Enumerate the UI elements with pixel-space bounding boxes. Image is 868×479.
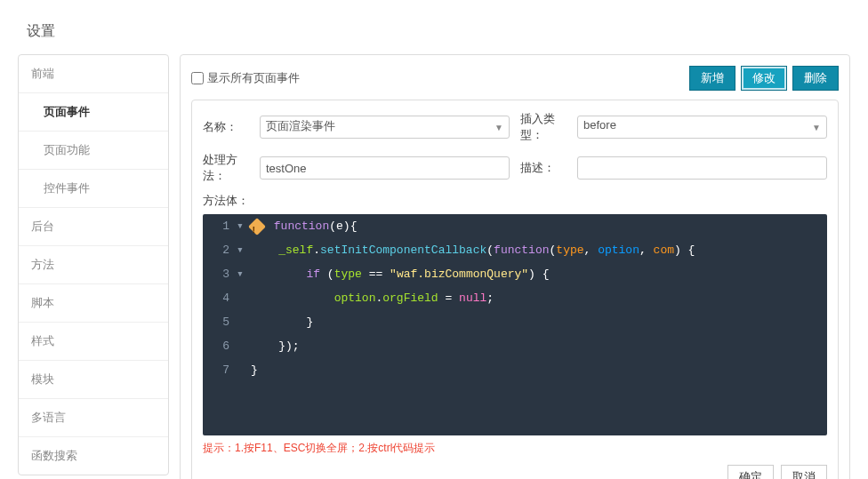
body-label: 方法体：	[203, 193, 254, 209]
sidebar-item-control-events[interactable]: 控件事件	[19, 170, 168, 208]
sidebar-item-label: 函数搜索	[31, 449, 77, 462]
edit-button[interactable]: 修改	[741, 66, 787, 91]
sidebar-item-label: 后台	[31, 220, 54, 233]
warning-icon	[248, 218, 266, 236]
insert-type-value: before	[583, 118, 616, 132]
desc-label: 描述：	[520, 160, 572, 176]
sidebar-item-label: 控件事件	[44, 181, 90, 195]
sidebar-item-page-events[interactable]: 页面事件	[19, 93, 168, 132]
cancel-button[interactable]: 取消	[781, 465, 827, 479]
sidebar-item-methods[interactable]: 方法	[19, 246, 168, 284]
code-editor[interactable]: 1▾ function(e){ 2▾ _self.setInitComponen…	[203, 214, 827, 435]
sidebar-item-scripts[interactable]: 脚本	[19, 284, 168, 323]
chevron-down-icon: ▼	[494, 123, 503, 132]
main-panel: 显示所有页面事件 新增 修改 删除 名称： 页面渲染事件 ▼ 插入类型：	[180, 54, 850, 479]
sidebar-item-page-functions[interactable]: 页面功能	[19, 132, 168, 170]
insert-type-label: 插入类型：	[520, 111, 572, 143]
sidebar: 前端 页面事件 页面功能 控件事件 后台 方法 脚本 样式 模块 多语言 函数搜…	[18, 54, 169, 475]
handler-input[interactable]	[260, 156, 510, 180]
sidebar-item-label: 页面事件	[44, 105, 90, 118]
sidebar-item-label: 模块	[31, 372, 54, 386]
sidebar-item-label: 脚本	[31, 296, 54, 309]
sidebar-item-i18n[interactable]: 多语言	[19, 399, 168, 437]
sidebar-item-label: 页面功能	[44, 143, 90, 156]
sidebar-item-backend[interactable]: 后台	[19, 208, 168, 246]
sidebar-item-frontend[interactable]: 前端	[19, 55, 168, 93]
add-button[interactable]: 新增	[689, 66, 735, 91]
delete-button[interactable]: 删除	[792, 66, 839, 91]
show-all-checkbox[interactable]	[191, 72, 204, 84]
desc-input[interactable]	[577, 156, 827, 180]
name-select-value: 页面渲染事件	[266, 119, 335, 132]
sidebar-item-label: 前端	[31, 67, 54, 80]
insert-type-select[interactable]: before ▼	[577, 116, 827, 139]
show-all-label: 显示所有页面事件	[207, 70, 300, 86]
form-area: 名称： 页面渲染事件 ▼ 插入类型： before ▼ 处理方法：	[191, 100, 839, 479]
page-title: 设置	[27, 22, 850, 41]
sidebar-item-label: 多语言	[31, 411, 66, 424]
name-label: 名称：	[203, 119, 254, 135]
sidebar-item-label: 样式	[31, 334, 54, 347]
sidebar-item-label: 方法	[31, 258, 54, 271]
sidebar-item-styles[interactable]: 样式	[19, 323, 168, 361]
hint-text: 提示：1.按F11、ESC切换全屏；2.按ctrl代码提示	[203, 441, 827, 456]
sidebar-item-modules[interactable]: 模块	[19, 361, 168, 399]
show-all-checkbox-wrap[interactable]: 显示所有页面事件	[191, 70, 300, 86]
sidebar-item-func-search[interactable]: 函数搜索	[19, 437, 168, 475]
chevron-down-icon: ▼	[812, 123, 821, 132]
name-select[interactable]: 页面渲染事件 ▼	[260, 116, 510, 139]
ok-button[interactable]: 确定	[727, 465, 774, 479]
handler-label: 处理方法：	[203, 152, 254, 184]
